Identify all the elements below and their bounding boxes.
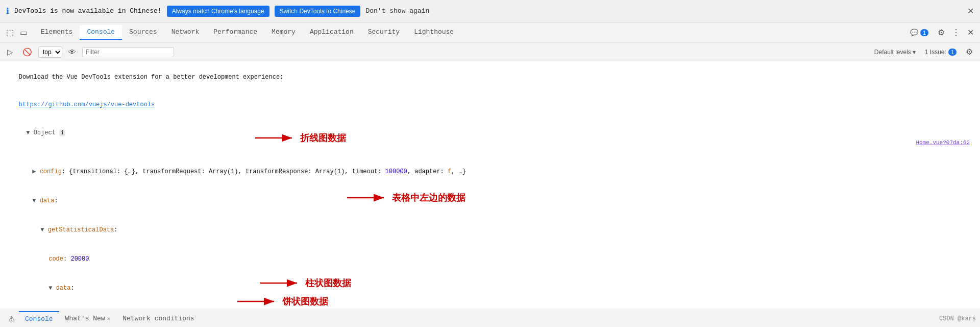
inspect-element-button[interactable]: ⬚ (4, 26, 16, 39)
notification-message: DevTools is now available in Chinese! (14, 7, 162, 15)
download-line: Download the Vue DevTools extension for … (0, 63, 980, 91)
clear-console-button[interactable]: 🚫 (19, 46, 35, 58)
issues-label: 1 Issue: (925, 49, 946, 56)
bottom-tab-network-conditions[interactable]: Network conditions (116, 312, 200, 325)
issues-badge: 1 (948, 49, 957, 56)
notification-bar: ℹ DevTools is now available in Chinese! … (0, 0, 980, 22)
github-link-line: https://github.com/vuejs/vue-devtools (0, 91, 980, 119)
filter-input[interactable] (82, 47, 174, 57)
dropdown-icon: ▾ (913, 49, 916, 56)
object-section: ▼ Object ℹ Home.vue?07da:62 ▶ config: {t… (0, 119, 980, 310)
tab-security[interactable]: Security (361, 25, 407, 40)
bottom-bar: ⚠ Console What's New ✕ Network condition… (0, 310, 980, 327)
issues-button[interactable]: 1 Issue: 1 (922, 47, 960, 57)
more-button[interactable]: ⋮ (950, 26, 962, 39)
dont-show-label[interactable]: Don't show again (365, 7, 429, 15)
tab-application[interactable]: Application (303, 25, 361, 40)
devtools-close-button[interactable]: ✕ (965, 26, 976, 39)
order-data-line: ▶ orderData: {date: Array(7), data: Arra… (0, 303, 980, 310)
github-link[interactable]: https://github.com/vuejs/vue-devtools (19, 101, 155, 108)
device-toolbar-button[interactable]: ▭ (18, 26, 30, 39)
bottom-right-text: CSDN @kars (939, 315, 976, 322)
home-vue-ref[interactable]: Home.vue?07da:62 (916, 138, 970, 148)
tab-elements[interactable]: Elements (34, 25, 80, 40)
config-line: ▶ config: {transitional: {…}, transformR… (0, 157, 980, 186)
data-label-line: ▼ data: (0, 186, 980, 216)
console-settings-button[interactable]: ⚙ (963, 45, 976, 58)
data-inner-triangle[interactable]: ▼ (48, 285, 56, 292)
eye-button[interactable]: 👁 (65, 46, 79, 58)
tab-console[interactable]: Console (80, 25, 122, 40)
messages-button[interactable]: 💬 1 (906, 27, 933, 38)
context-select[interactable]: top (38, 46, 62, 58)
default-levels-label: Default levels (874, 49, 911, 56)
default-levels-button[interactable]: Default levels ▾ (871, 47, 919, 57)
network-conditions-label: Network conditions (122, 315, 194, 322)
getstatistical-triangle[interactable]: ▼ (40, 226, 47, 233)
tab-sources[interactable]: Sources (122, 25, 164, 40)
bottom-tab-console[interactable]: Console (19, 311, 59, 326)
tab-memory[interactable]: Memory (264, 25, 303, 40)
object-triangle[interactable]: ▼ (26, 129, 33, 136)
data-inner-line: ▼ data: (0, 274, 980, 303)
bottom-tab-whats-new[interactable]: What's New ✕ (59, 312, 117, 325)
bottom-issue-button[interactable]: ⚠ (4, 312, 19, 325)
match-language-button[interactable]: Always match Chrome's language (167, 6, 270, 17)
switch-chinese-button[interactable]: Switch DevTools to Chinese (275, 6, 361, 17)
settings-button[interactable]: ⚙ (936, 26, 947, 39)
whats-new-close[interactable]: ✕ (107, 315, 111, 322)
tab-bar: ⬚ ▭ Elements Console Sources Network Per… (0, 22, 980, 43)
config-triangle[interactable]: ▶ (32, 168, 39, 175)
console-tab-label: Console (25, 315, 53, 323)
execute-button[interactable]: ▷ (4, 46, 16, 58)
object-root-line: ▼ Object ℹ Home.vue?07da:62 (0, 119, 980, 157)
tab-lighthouse[interactable]: Lighthouse (407, 25, 461, 40)
tab-performance[interactable]: Performance (206, 25, 264, 40)
info-icon: ℹ (6, 6, 9, 16)
object-label: Object (34, 129, 59, 136)
notification-close-button[interactable]: ✕ (967, 6, 974, 16)
code-line: code: 20000 (0, 245, 980, 274)
message-icon: 💬 (910, 29, 918, 36)
data-triangle[interactable]: ▼ (32, 197, 39, 204)
tab-network[interactable]: Network (164, 25, 207, 40)
whats-new-label: What's New (65, 315, 105, 322)
console-toolbar: ▷ 🚫 top 👁 Default levels ▾ 1 Issue: 1 ⚙ (0, 43, 980, 61)
main-content: Download the Vue DevTools extension for … (0, 61, 980, 310)
messages-badge: 1 (920, 29, 928, 36)
get-statistical-line: ▼ getStatisticalData: (0, 216, 980, 245)
